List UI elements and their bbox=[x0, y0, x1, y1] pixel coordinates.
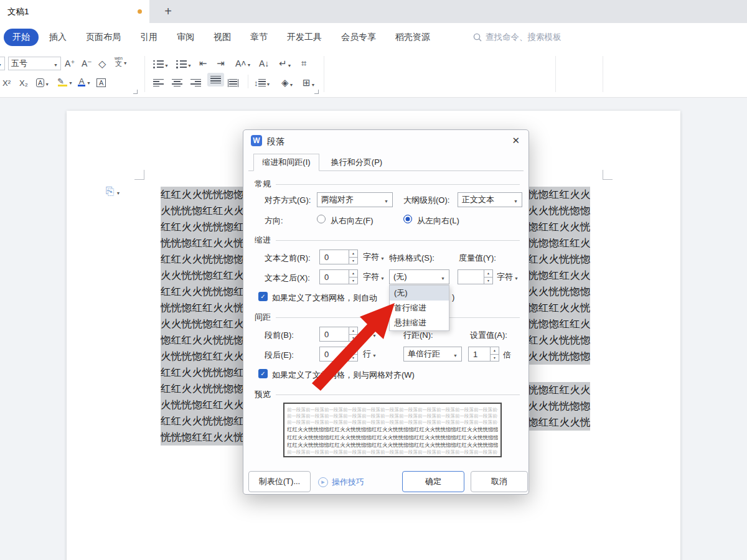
clear-format-button[interactable]: ◇ bbox=[98, 57, 106, 70]
rtl-radio-label[interactable]: 从右向左(F) bbox=[331, 215, 374, 226]
grid-align-checkbox[interactable] bbox=[258, 369, 268, 378]
dialog-tabs: 缩进和间距(I) 换行和分页(P) bbox=[248, 154, 524, 171]
space-before-spinner[interactable]: 0 bbox=[319, 327, 358, 342]
shading-button[interactable]: ◈ bbox=[281, 76, 293, 90]
highlight-color-button[interactable]: ✎ bbox=[57, 75, 73, 88]
menu-references[interactable]: 引用 bbox=[140, 32, 157, 43]
menu-view[interactable]: 视图 bbox=[214, 32, 231, 43]
command-search-placeholder: 查找命令、搜索模板 bbox=[486, 32, 561, 43]
char-shading-button[interactable]: A bbox=[36, 76, 49, 90]
space-after-unit[interactable]: 行 bbox=[363, 347, 377, 362]
tab-indent-spacing[interactable]: 缩进和间距(I) bbox=[253, 154, 319, 171]
align-center-button[interactable] bbox=[172, 76, 182, 90]
text-line: 火火恍恍惚红红火 bbox=[161, 316, 244, 332]
line-spacing-button[interactable]: ↕ bbox=[254, 76, 270, 90]
decrease-font-button[interactable]: A⁻ bbox=[82, 57, 92, 70]
space-after-spinner[interactable]: 0 bbox=[319, 347, 358, 362]
command-search-box[interactable]: 查找命令、搜索模板 bbox=[473, 32, 561, 43]
text-line: 恍恍惚红红火火恍 bbox=[161, 300, 244, 316]
dropdown-item-none[interactable]: (无) bbox=[390, 286, 449, 301]
superscript-button[interactable]: X² bbox=[2, 76, 11, 90]
chevron-down-icon bbox=[68, 77, 73, 86]
wrap-mark-button[interactable]: ↵ bbox=[279, 57, 292, 70]
dropdown-item-hanging[interactable]: 悬挂缩进 bbox=[390, 315, 449, 330]
distribute-button[interactable] bbox=[228, 76, 238, 90]
char-border-button[interactable]: A bbox=[96, 76, 106, 90]
ltr-radio[interactable] bbox=[403, 215, 412, 223]
outline-level-select[interactable]: 正文文本 bbox=[458, 192, 522, 207]
text-line: 火恍恍惚红红火火 bbox=[161, 203, 244, 219]
justify-button[interactable] bbox=[207, 73, 224, 86]
ok-button[interactable]: 确定 bbox=[402, 471, 464, 492]
increase-font-button[interactable]: A⁺ bbox=[65, 57, 75, 70]
selected-text-left[interactable]: 红红火火恍恍惚惚火恍恍惚红红火火红红火火恍恍惚红恍恍惚红红火火恍红红火火恍恍惚惚… bbox=[161, 187, 244, 446]
menu-home[interactable]: 开始 bbox=[4, 29, 39, 46]
auto-adjust-checkbox[interactable] bbox=[258, 292, 268, 301]
font-dialog-launcher[interactable] bbox=[133, 90, 138, 94]
borders-button[interactable]: ⊞ bbox=[303, 76, 316, 90]
superscript-icon: X² bbox=[2, 78, 11, 88]
bullet-list-button[interactable] bbox=[153, 57, 169, 71]
menu-docer[interactable]: 稻壳资源 bbox=[395, 32, 430, 43]
text-line: 惚红红火火恍 bbox=[528, 300, 590, 316]
section-spacing: 间距 bbox=[255, 312, 520, 323]
cancel-button[interactable]: 取消 bbox=[471, 471, 528, 492]
menu-review[interactable]: 审阅 bbox=[177, 32, 194, 43]
text-direction-button[interactable]: A↓ bbox=[259, 57, 269, 70]
chevron-down-icon bbox=[384, 195, 388, 205]
document-tab[interactable]: 文稿1 bbox=[0, 0, 149, 23]
align-left-button[interactable] bbox=[153, 76, 164, 90]
outdent-icon: ⇤ bbox=[199, 58, 207, 69]
dropdown-item-first-line[interactable]: 首行缩进 bbox=[390, 301, 449, 315]
rtl-radio[interactable] bbox=[317, 215, 326, 223]
section-general: 常规 bbox=[255, 179, 520, 190]
font-color-button[interactable]: A bbox=[77, 75, 91, 88]
set-value-spinner[interactable]: 1 bbox=[468, 347, 499, 362]
font-size-select[interactable]: 五号 bbox=[8, 57, 61, 70]
decrease-indent-button[interactable]: ⇤ bbox=[199, 57, 207, 70]
menu-page-layout[interactable]: 页面布局 bbox=[86, 32, 121, 43]
menu-member[interactable]: 会员专享 bbox=[341, 32, 376, 43]
tab-line-page-break[interactable]: 换行和分页(P) bbox=[322, 154, 392, 171]
text-before-unit[interactable]: 字符 bbox=[363, 250, 385, 264]
selected-text-right-para1[interactable]: 恍惚红红火火火火恍恍惚惚惚红红火火恍恍惚惚红红火红火火恍恍惚恍惚红红火火火火恍恍… bbox=[528, 187, 590, 365]
chevron-down-icon bbox=[247, 58, 251, 68]
line-spacing-select[interactable]: 单倍行距 bbox=[403, 347, 462, 362]
align-right-button[interactable] bbox=[190, 76, 201, 90]
spin-up-icon bbox=[349, 347, 357, 354]
paragraph-dialog-launcher[interactable] bbox=[314, 90, 319, 94]
text-before-spinner[interactable]: 0 bbox=[319, 250, 358, 264]
chevron-down-icon bbox=[311, 78, 316, 88]
space-before-unit[interactable]: 行 bbox=[363, 327, 377, 342]
text-line: 惚红红火火恍恍惚 bbox=[161, 332, 244, 348]
text-after-unit[interactable]: 字符 bbox=[363, 269, 385, 284]
font-name-select[interactable] bbox=[0, 57, 5, 70]
set-value-label: 设置值(A): bbox=[470, 330, 507, 341]
new-tab-button[interactable]: + bbox=[157, 0, 179, 23]
measure-unit[interactable]: 字符 bbox=[497, 269, 519, 284]
menu-insert[interactable]: 插入 bbox=[49, 32, 67, 43]
paste-options-button[interactable]: ⎘ bbox=[106, 185, 121, 198]
ruler-button[interactable]: ⌗ bbox=[301, 57, 306, 70]
chevron-down-icon bbox=[0, 59, 2, 68]
menu-section[interactable]: 章节 bbox=[250, 32, 268, 43]
increase-indent-button[interactable]: ⇥ bbox=[217, 57, 225, 70]
subscript-button[interactable]: X₂ bbox=[19, 76, 28, 90]
numbered-list-button[interactable] bbox=[176, 57, 192, 71]
tabs-button[interactable]: 制表位(T)... bbox=[248, 471, 311, 492]
close-icon[interactable]: ✕ bbox=[512, 135, 520, 146]
ltr-radio-label[interactable]: 从左向右(L) bbox=[417, 215, 459, 226]
text-line: 惚红红火火恍 bbox=[528, 219, 590, 235]
pinyin-guide-button[interactable]: wén文 bbox=[115, 55, 128, 68]
text-after-spinner[interactable]: 0 bbox=[319, 269, 358, 284]
tips-link[interactable]: 操作技巧 bbox=[318, 477, 364, 488]
text-line: 红火火恍恍惚 bbox=[528, 251, 590, 268]
special-format-select[interactable]: (无) bbox=[389, 269, 449, 284]
menu-dev-tools[interactable]: 开发工具 bbox=[287, 32, 322, 43]
selected-text-right-para2[interactable]: 恍惚红红火火火火恍恍惚惚惚红红火火恍 bbox=[528, 382, 590, 431]
align-select[interactable]: 两端对齐 bbox=[317, 192, 393, 207]
measure-spinner[interactable] bbox=[458, 269, 493, 284]
align-label: 对齐方式(G): bbox=[265, 195, 311, 206]
dialog-title: 段落 bbox=[267, 136, 284, 147]
char-scale-button[interactable]: A˄ bbox=[235, 57, 251, 70]
